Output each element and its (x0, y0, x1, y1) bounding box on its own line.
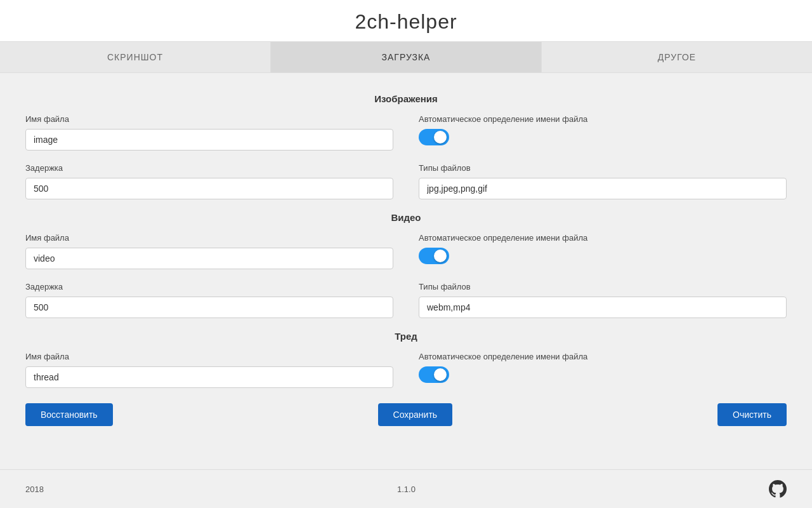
video-filename-label: Имя файла (25, 233, 393, 243)
images-filetypes-input[interactable] (419, 178, 787, 199)
thread-filename-group: Имя файла (25, 352, 393, 388)
github-icon[interactable] (769, 480, 787, 498)
video-autodetect-toggle[interactable] (419, 248, 449, 264)
images-filetypes-group: Типы файлов (419, 163, 787, 199)
app-footer: 2018 1.1.0 (0, 469, 812, 508)
video-row-1: Имя файла Автоматическое определение име… (25, 233, 787, 269)
footer-year: 2018 (25, 485, 44, 494)
restore-button[interactable]: Восстановить (25, 403, 113, 426)
video-autodetect-slider (419, 248, 449, 264)
video-filetypes-group: Типы файлов (419, 282, 787, 318)
images-autodetect-label: Автоматическое определение имени файла (419, 114, 787, 124)
images-autodetect-group: Автоматическое определение имени файла (419, 114, 787, 145)
images-delay-input[interactable] (25, 178, 393, 199)
thread-autodetect-label: Автоматическое определение имени файла (419, 352, 787, 361)
video-delay-input[interactable] (25, 297, 393, 318)
footer-version: 1.1.0 (397, 485, 416, 494)
video-filetypes-input[interactable] (419, 297, 787, 318)
clear-button[interactable]: Очистить (717, 403, 787, 426)
footer-buttons: Восстановить Сохранить Очистить (25, 403, 787, 426)
tab-screenshot[interactable]: СКРИНШОТ (0, 42, 271, 72)
video-filename-group: Имя файла (25, 233, 393, 269)
thread-autodetect-group: Автоматическое определение имени файла (419, 352, 787, 383)
images-row-1: Имя файла Автоматическое определение име… (25, 114, 787, 150)
thread-filename-input[interactable] (25, 366, 393, 388)
images-delay-group: Задержка (25, 163, 393, 199)
images-filename-label: Имя файла (25, 114, 393, 124)
video-row-2: Задержка Типы файлов (25, 282, 787, 318)
tab-upload[interactable]: ЗАГРУЗКА (271, 42, 542, 72)
images-row-2: Задержка Типы файлов (25, 163, 787, 199)
app-header: 2ch-helper (0, 0, 812, 42)
thread-row-1: Имя файла Автоматическое определение име… (25, 352, 787, 388)
thread-filename-label: Имя файла (25, 352, 393, 361)
video-section-title: Видео (25, 212, 787, 223)
video-filename-input[interactable] (25, 248, 393, 269)
save-button[interactable]: Сохранить (378, 403, 453, 426)
images-delay-label: Задержка (25, 163, 393, 173)
video-delay-label: Задержка (25, 282, 393, 291)
images-filetypes-label: Типы файлов (419, 163, 787, 173)
video-delay-group: Задержка (25, 282, 393, 318)
thread-autodetect-toggle[interactable] (419, 366, 449, 383)
images-autodetect-toggle[interactable] (419, 129, 449, 145)
tabs-bar: СКРИНШОТ ЗАГРУЗКА ДРУГОЕ (0, 42, 812, 73)
thread-autodetect-slider (419, 366, 449, 383)
images-filename-group: Имя файла (25, 114, 393, 150)
images-autodetect-slider (419, 129, 449, 145)
images-section-title: Изображения (25, 93, 787, 104)
main-content: Изображения Имя файла Автоматическое опр… (0, 73, 812, 469)
app-title: 2ch-helper (0, 10, 812, 34)
images-filename-input[interactable] (25, 129, 393, 150)
video-filetypes-label: Типы файлов (419, 282, 787, 291)
video-autodetect-group: Автоматическое определение имени файла (419, 233, 787, 264)
video-autodetect-label: Автоматическое определение имени файла (419, 233, 787, 243)
tab-other[interactable]: ДРУГОЕ (542, 42, 812, 72)
thread-section-title: Тред (25, 331, 787, 342)
